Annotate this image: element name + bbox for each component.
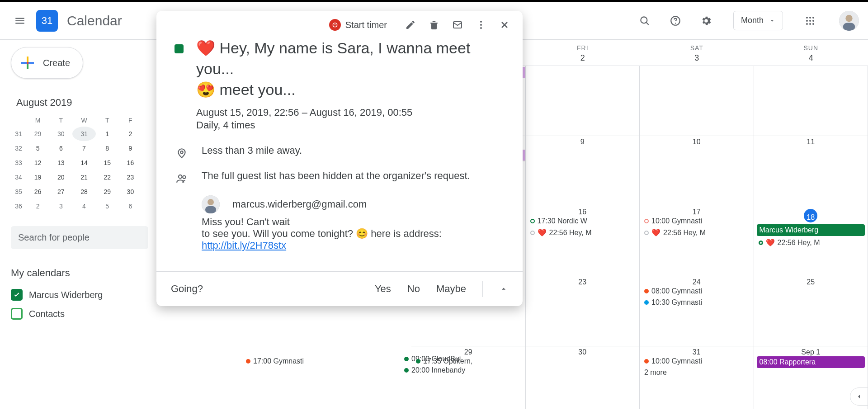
mini-day[interactable]: 5 (26, 141, 49, 156)
calendar-list-item[interactable]: Marcus Widerberg (11, 285, 148, 304)
event-chip[interactable]: 17:30 Nordic W (528, 216, 637, 226)
guests-hidden-note: The full guest list has been hidden at t… (202, 170, 470, 184)
mini-day[interactable]: 29 (26, 127, 49, 141)
sidebar: Create August 2019 MTWTF 312930311232567… (0, 40, 154, 409)
day-cell[interactable]: 2917:35 Optikern, (411, 346, 526, 409)
view-select[interactable]: Month (733, 11, 783, 30)
side-panel-toggle[interactable] (850, 387, 868, 406)
day-cell[interactable]: 3110:00 Gymnasti2 more (640, 346, 754, 409)
apps-grid-icon[interactable] (799, 10, 821, 32)
event-chip[interactable]: Marcus Widerberg (757, 224, 865, 236)
event-chip[interactable]: 17:35 Optikern, (414, 356, 523, 366)
mini-day[interactable]: 8 (96, 141, 119, 156)
envelope-icon[interactable] (452, 19, 463, 30)
mini-day[interactable]: 14 (72, 156, 95, 170)
help-icon[interactable] (665, 10, 686, 32)
mini-day[interactable]: 13 (49, 156, 72, 170)
event-chip[interactable]: 08:00 Gymnasti (642, 286, 751, 296)
mini-day[interactable]: 20 (49, 170, 72, 184)
event-chip[interactable]: 10:00 Gymnasti (642, 356, 751, 366)
mini-day[interactable]: 6 (49, 141, 72, 156)
svg-point-4 (809, 17, 811, 19)
chevron-up-icon[interactable] (499, 284, 508, 293)
mini-day[interactable]: 5 (96, 199, 119, 213)
plus-multicolor-icon (19, 55, 36, 71)
event-title: ❤️ Hey, My name is Sara, I wanna meet yo… (196, 38, 505, 100)
hamburger-icon[interactable] (9, 10, 31, 32)
event-chip[interactable]: ❤️22:56 Hey, M (757, 237, 865, 248)
day-cell[interactable] (640, 66, 754, 136)
svg-point-20 (480, 21, 482, 23)
mini-day[interactable]: 7 (72, 141, 95, 156)
mini-day[interactable]: 2 (119, 127, 142, 141)
rsvp-maybe[interactable]: Maybe (436, 283, 466, 295)
svg-point-11 (812, 23, 814, 25)
mini-day[interactable]: 3 (49, 199, 72, 213)
mini-day[interactable]: 19 (26, 170, 49, 184)
event-chip[interactable]: ❤️22:56 Hey, M (528, 227, 637, 238)
trash-icon[interactable] (429, 19, 439, 30)
rsvp-no[interactable]: No (407, 283, 420, 295)
day-cell[interactable]: 25 (754, 276, 868, 346)
mini-day[interactable]: 6 (119, 199, 142, 213)
calendar-list-item[interactable]: Contacts (11, 304, 148, 323)
mini-day[interactable]: 15 (96, 156, 119, 170)
day-cell[interactable]: 10 (640, 136, 754, 206)
day-cell[interactable]: 30 (526, 346, 640, 409)
day-cell[interactable]: 11 (754, 136, 868, 206)
event-chip[interactable]: 17:00 Gymnasti (244, 356, 353, 366)
rsvp-yes[interactable]: Yes (375, 283, 391, 295)
start-timer-button[interactable]: Start timer (329, 19, 387, 31)
mini-day[interactable]: 21 (72, 170, 95, 184)
event-description-link[interactable]: http://bit.ly/2H78stx (202, 240, 286, 251)
account-avatar[interactable] (839, 11, 859, 31)
pencil-icon[interactable] (405, 19, 416, 30)
day-cell[interactable]: 23 (526, 276, 640, 346)
day-cell[interactable] (754, 66, 868, 136)
mini-day[interactable]: 23 (119, 170, 142, 184)
day-cell[interactable]: 9 (526, 136, 640, 206)
my-calendars-title: My calendars (11, 267, 148, 279)
event-datetime: August 15, 2019, 22:56 – August 16, 2019… (196, 107, 505, 118)
search-people-input[interactable]: Search for people (11, 226, 148, 249)
svg-point-0 (641, 17, 647, 23)
day-header: FRI2 (526, 40, 640, 66)
mini-day[interactable]: 30 (119, 184, 142, 199)
svg-point-21 (480, 24, 482, 26)
event-chip[interactable]: ❤️22:56 Hey, M (642, 227, 751, 238)
mini-day[interactable]: 1 (96, 127, 119, 141)
search-icon[interactable] (634, 10, 656, 32)
mini-day[interactable]: 30 (49, 127, 72, 141)
mini-day[interactable]: 27 (49, 184, 72, 199)
day-header: SUN4 (754, 40, 868, 66)
day-cell[interactable]: 1617:30 Nordic W❤️22:56 Hey, M (526, 206, 640, 276)
checkbox-icon[interactable] (11, 289, 23, 301)
day-cell[interactable]: 18Marcus Widerberg❤️22:56 Hey, M (754, 206, 868, 276)
create-button[interactable]: Create (11, 47, 83, 79)
mini-day[interactable]: 31 (72, 127, 95, 141)
mini-day[interactable]: 22 (96, 170, 119, 184)
options-vertical-icon[interactable] (476, 19, 486, 30)
mini-day[interactable]: 9 (119, 141, 142, 156)
day-cell[interactable]: 2408:00 Gymnasti10:30 Gymnasti (640, 276, 754, 346)
svg-point-9 (806, 23, 808, 25)
mini-day[interactable]: 29 (96, 184, 119, 199)
event-chip[interactable]: 10:30 Gymnasti (642, 298, 751, 307)
mini-day[interactable]: 28 (72, 184, 95, 199)
close-icon[interactable] (499, 19, 510, 30)
mini-day[interactable]: 16 (119, 156, 142, 170)
checkbox-icon[interactable] (11, 308, 23, 320)
gear-icon[interactable] (695, 10, 717, 32)
more-events[interactable]: 2 more (642, 368, 751, 378)
mini-day[interactable]: 26 (26, 184, 49, 199)
event-description-body: Miss you! Can't wait to see you. Will yo… (202, 216, 442, 251)
event-chip[interactable]: 10:00 Gymnasti (642, 216, 751, 226)
mini-day[interactable]: 2 (26, 199, 49, 213)
event-chip[interactable]: 08:00 Rapportera (757, 356, 865, 368)
mini-day[interactable]: 4 (72, 199, 95, 213)
guests-icon (175, 170, 189, 184)
day-cell[interactable] (526, 66, 640, 136)
mini-day[interactable]: 12 (26, 156, 49, 170)
day-cell[interactable]: 1710:00 Gymnasti❤️22:56 Hey, M (640, 206, 754, 276)
mini-calendar[interactable]: MTWTF 3129303112325678933121314151634192… (11, 114, 142, 213)
